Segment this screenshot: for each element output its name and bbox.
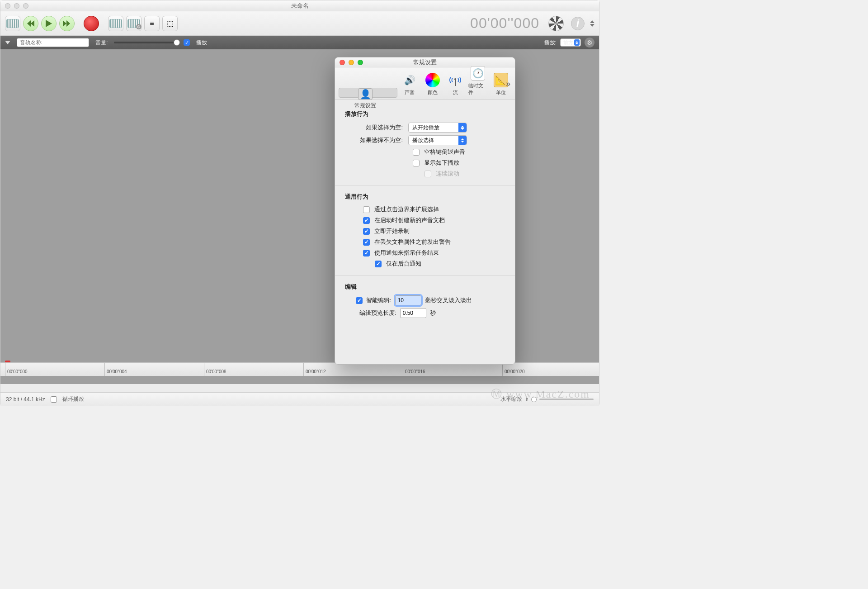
track-name-input[interactable]	[17, 38, 89, 47]
tab-color[interactable]: 颜色	[422, 71, 443, 98]
main-toolbar: ⊘ ≡ ⬚ 00'00''000 i	[0, 11, 599, 36]
loop-label: 循环播放	[62, 395, 84, 403]
zoom-icon[interactable]	[23, 3, 28, 9]
speaker-icon: 🔊	[402, 73, 417, 87]
extend-sel-checkbox[interactable]	[363, 206, 370, 213]
play-checkbox-label: 播放	[196, 39, 207, 47]
overflow-icon[interactable]: »	[506, 79, 510, 89]
prefs-title: 常规设置	[413, 58, 437, 66]
waveform-tool-icon[interactable]	[5, 16, 20, 31]
divider	[335, 185, 515, 185]
ruler-mark: 00'00''004	[104, 363, 127, 376]
svg-point-1	[454, 78, 456, 80]
prefs-toolbar: 👤 常规设置 🔊 声音 颜色 流 🕐 临时文件 📐 单位 »	[335, 67, 515, 100]
preview-length-input[interactable]	[400, 308, 426, 318]
tab-tempfiles[interactable]: 🕐 临时文件	[467, 64, 488, 98]
markers-icon[interactable]: ⬚	[162, 16, 178, 31]
empty-selection-label: 如果选择为空:	[345, 124, 408, 132]
ruler-mark: 00'00''016	[403, 363, 425, 376]
watermark: Ⓜ www.MacZ.com	[491, 387, 590, 401]
warn-lost-checkbox[interactable]	[363, 239, 370, 246]
volume-slider[interactable]	[114, 42, 177, 43]
window-title: 未命名	[291, 2, 309, 10]
section-edit-title: 编辑	[345, 283, 505, 291]
notify-label: 使用通知来指示任务结束	[374, 249, 439, 257]
prefs-minimize-icon[interactable]	[349, 60, 354, 65]
color-wheel-icon	[425, 73, 440, 87]
preview-length-label: 编辑预览长度:	[359, 309, 396, 317]
traffic-lights	[5, 3, 28, 9]
nonempty-selection-label: 如果选择不为空:	[345, 136, 408, 144]
forward-button[interactable]	[59, 16, 75, 31]
record-button[interactable]	[84, 16, 99, 31]
prefs-zoom-icon[interactable]	[358, 60, 363, 65]
prefs-body: 播放行为 如果选择为空: 从开始播放 如果选择不为空: 播放选择 空格键倒退声音…	[335, 100, 515, 329]
ruler-mark: 00'00''012	[303, 363, 326, 376]
ruler-mark: 00'00''000	[5, 363, 28, 376]
start-rec-label: 立即开始录制	[374, 227, 410, 235]
section-playback-title: 播放行为	[345, 110, 505, 118]
space-rewind-checkbox[interactable]	[413, 149, 420, 156]
smart-edit-input[interactable]	[395, 295, 421, 305]
disclosure-icon[interactable]	[5, 41, 10, 44]
clock-file-icon: 🕐	[471, 66, 485, 81]
volume-label: 音量:	[95, 39, 108, 47]
antenna-icon	[448, 73, 462, 87]
track-header: 音量: 播放 播放: 前方 ⚙	[0, 36, 599, 49]
extend-sel-label: 通过点击边界来扩展选择	[374, 205, 439, 214]
nonempty-selection-select[interactable]: 播放选择	[408, 135, 467, 145]
loop-checkbox[interactable]	[51, 396, 57, 403]
empty-selection-select[interactable]: 从开始播放	[408, 123, 467, 133]
new-doc-checkbox[interactable]	[363, 217, 370, 224]
close-icon[interactable]	[5, 3, 10, 9]
timecode-display: 00'00''000	[470, 15, 539, 32]
effects-icon[interactable]: ≡	[144, 16, 160, 31]
prefs-close-icon[interactable]	[340, 60, 345, 65]
show-play-checkbox[interactable]	[413, 160, 420, 166]
smart-edit-unit: 毫秒交叉淡入淡出	[425, 296, 472, 304]
section-general-title: 通用行为	[345, 193, 505, 201]
minimize-icon[interactable]	[14, 3, 19, 9]
notify-bg-checkbox[interactable]	[375, 261, 382, 267]
tab-sound[interactable]: 🔊 声音	[399, 71, 420, 98]
warn-lost-label: 在丢失文档属性之前发出警告	[374, 238, 451, 246]
divider	[335, 275, 515, 276]
play-checkbox[interactable]	[184, 39, 190, 46]
tab-general[interactable]: 👤 常规设置	[339, 88, 397, 98]
ruler-mark: 00'00''008	[204, 363, 226, 376]
show-play-label: 显示如下播放	[424, 159, 459, 167]
playmode-select[interactable]: 前方	[560, 38, 581, 47]
tab-stream[interactable]: 流	[445, 71, 466, 98]
wave-tool-1-icon[interactable]	[108, 16, 123, 31]
burn-icon[interactable]	[548, 16, 564, 31]
playmode-value: 前方	[563, 39, 573, 46]
gear-icon[interactable]: ⚙	[585, 38, 594, 48]
preview-length-unit: 秒	[430, 309, 436, 317]
preferences-dialog: 常规设置 👤 常规设置 🔊 声音 颜色 流 🕐 临时文件 📐 单位 »	[335, 57, 515, 365]
playmode-label: 播放:	[544, 39, 557, 47]
notify-bg-label: 仅在后台通知	[386, 260, 421, 268]
notify-checkbox[interactable]	[363, 250, 370, 256]
wave-tool-2-icon[interactable]: ⊘	[126, 16, 142, 31]
general-icon: 👤	[358, 88, 373, 100]
audio-format-label: 32 bit / 44.1 kHz	[6, 396, 45, 403]
expand-icon[interactable]	[590, 20, 594, 27]
smart-edit-checkbox[interactable]	[356, 297, 363, 304]
play-button[interactable]	[41, 16, 57, 31]
space-rewind-label: 空格键倒退声音	[424, 148, 465, 156]
cont-scroll-label: 连续滚动	[436, 170, 459, 178]
rewind-button[interactable]	[23, 16, 38, 31]
start-rec-checkbox[interactable]	[363, 228, 370, 235]
smart-edit-label: 智能编辑:	[366, 296, 392, 304]
ruler-mark: 00'00''020	[502, 363, 525, 376]
cont-scroll-checkbox	[425, 171, 431, 177]
new-doc-label: 在启动时创建新的声音文档	[374, 216, 445, 224]
titlebar: 未命名	[0, 0, 599, 11]
info-icon[interactable]: i	[571, 17, 585, 30]
